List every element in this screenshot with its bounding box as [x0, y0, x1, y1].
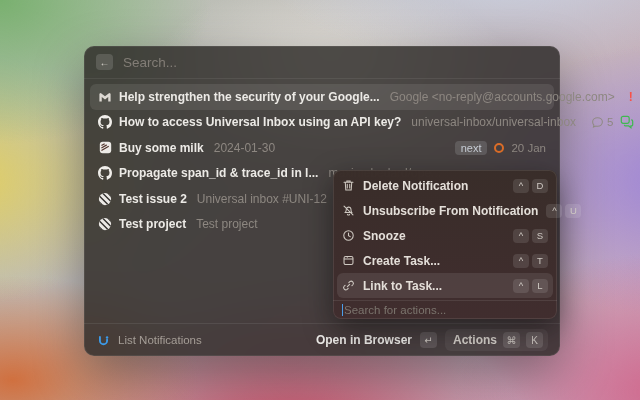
return-keycap: ↵	[420, 332, 437, 348]
menu-item-create-task[interactable]: Create Task... ^ T	[337, 248, 553, 273]
github-icon	[98, 166, 112, 180]
bell-slash-icon	[342, 204, 355, 217]
search-input[interactable]	[123, 55, 548, 70]
notification-title: Help strengthen the security of your Goo…	[119, 90, 380, 104]
text-caret	[342, 304, 343, 316]
shortcut-keys: ^ T	[513, 254, 548, 268]
notification-subtitle: Universal inbox #UNI-12	[197, 192, 327, 206]
tray-icon	[342, 254, 355, 267]
notification-date: 20 Jan	[511, 142, 546, 154]
ctrl-keycap: ^	[513, 179, 529, 193]
menu-item-snooze[interactable]: Snooze ^ S	[337, 223, 553, 248]
letter-keycap: S	[532, 229, 548, 243]
clock-icon	[342, 229, 355, 242]
comment-count: 5	[607, 116, 613, 128]
gmail-icon	[98, 90, 112, 104]
discussions-icon	[620, 115, 634, 129]
notification-title: Propagate span_id & trace_id in l...	[119, 166, 318, 180]
menu-item-label: Link to Task...	[363, 279, 505, 293]
shortcut-keys: ^ S	[513, 229, 548, 243]
linear-icon	[98, 192, 112, 206]
open-status-icon	[494, 143, 504, 153]
notification-title: Test issue 2	[119, 192, 187, 206]
letter-keycap: U	[565, 204, 581, 218]
ctrl-keycap: ^	[513, 254, 529, 268]
notification-row-todoist[interactable]: Buy some milk 2024-01-30 next 20 Jan	[90, 135, 554, 161]
notification-title: Test project	[119, 217, 186, 231]
menu-item-label: Delete Notification	[363, 179, 505, 193]
github-icon	[98, 115, 112, 129]
menu-item-label: Create Task...	[363, 254, 505, 268]
ctrl-keycap: ^	[513, 229, 529, 243]
comment-icon	[590, 115, 604, 129]
notification-subtitle: 2024-01-30	[214, 141, 275, 155]
important-icon: !	[629, 90, 633, 104]
menu-item-label: Snooze	[363, 229, 505, 243]
menu-item-link-to-task[interactable]: Link to Task... ^ L	[337, 273, 553, 298]
shortcut-keys: ^ D	[513, 179, 548, 193]
notification-title: How to access Universal Inbox using an A…	[119, 115, 401, 129]
menu-item-label: Unsubscribe From Notification	[363, 204, 538, 218]
todoist-icon	[98, 141, 112, 155]
actions-search-input[interactable]: Search for actions...	[333, 300, 557, 319]
next-label-badge: next	[455, 141, 488, 155]
actions-search-placeholder: Search for actions...	[344, 304, 446, 316]
letter-keycap: L	[532, 279, 548, 293]
shortcut-keys: ^ U	[546, 204, 581, 218]
notification-subtitle: universal-inbox/universal-inbox	[411, 115, 576, 129]
trash-icon	[342, 179, 355, 192]
notification-subtitle: Test project	[196, 217, 257, 231]
letter-keycap: T	[532, 254, 548, 268]
shortcut-keys: ^ L	[513, 279, 548, 293]
back-button[interactable]: ←	[96, 54, 113, 70]
notification-subtitle: Google <no-reply@accounts.google.com>	[390, 90, 615, 104]
actions-button[interactable]: Actions ⌘ K	[445, 329, 548, 351]
notification-title: Buy some milk	[119, 141, 204, 155]
mode-label: List Notifications	[118, 334, 202, 346]
actions-label: Actions	[453, 333, 497, 347]
ctrl-keycap: ^	[513, 279, 529, 293]
universal-inbox-logo-icon	[96, 333, 110, 347]
menu-item-unsubscribe[interactable]: Unsubscribe From Notification ^ U	[337, 198, 553, 223]
search-header: ←	[84, 46, 560, 79]
universal-inbox-window: ← Help strengthen the security of your G…	[84, 46, 560, 356]
letter-keycap: D	[532, 179, 548, 193]
notification-row-github-1[interactable]: How to access Universal Inbox using an A…	[90, 110, 554, 136]
open-in-browser-button[interactable]: Open in Browser	[316, 333, 412, 347]
actions-menu-items: Delete Notification ^ D Unsubscribe From…	[333, 170, 557, 300]
actions-menu: Delete Notification ^ D Unsubscribe From…	[333, 170, 557, 319]
k-keycap: K	[526, 332, 543, 348]
menu-item-delete-notification[interactable]: Delete Notification ^ D	[337, 173, 553, 198]
cmd-keycap: ⌘	[503, 332, 520, 348]
notification-row-gmail[interactable]: Help strengthen the security of your Goo…	[90, 84, 554, 110]
status-bar: List Notifications Open in Browser ↵ Act…	[84, 323, 560, 356]
linear-icon	[98, 217, 112, 231]
link-icon	[342, 279, 355, 292]
ctrl-keycap: ^	[546, 204, 562, 218]
